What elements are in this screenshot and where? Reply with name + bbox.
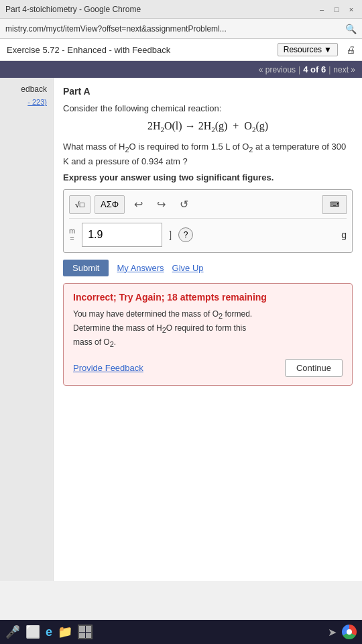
- math-input-area: √□ ΑΣΦ ↩ ↪ ↺ ⌨ m = ] ? g: [63, 189, 353, 253]
- folder-icon[interactable]: 📁: [58, 625, 72, 639]
- unit-label: g: [341, 229, 347, 240]
- search-icon[interactable]: 🔍: [345, 23, 357, 34]
- edge-icon[interactable]: e: [46, 625, 52, 639]
- submit-button[interactable]: Submit: [63, 260, 109, 276]
- fraction-eq-label: =: [70, 235, 74, 243]
- exercise-title: Exercise 5.72 - Enhanced - with Feedback: [7, 45, 170, 55]
- redo-button[interactable]: ↪: [152, 195, 170, 214]
- mic-icon[interactable]: 🎤: [5, 625, 20, 639]
- continue-button[interactable]: Continue: [285, 359, 343, 377]
- printer-icon[interactable]: 🖨: [346, 44, 355, 55]
- page-indicator: 4 of 6: [303, 64, 326, 74]
- math-toolbar-top: √□ ΑΣΦ ↩ ↪ ↺ ⌨: [69, 195, 347, 219]
- taskbar-right: ➤: [328, 625, 357, 639]
- feedback-box: Incorrect; Try Again; 18 attempts remain…: [63, 283, 353, 386]
- feedback-title: Incorrect; Try Again; 18 attempts remain…: [73, 292, 343, 303]
- sidebar-label: edback: [3, 85, 50, 94]
- feedback-body: You may have determined the mass of O2 f…: [73, 308, 343, 350]
- greek-button[interactable]: ΑΣΦ: [95, 195, 125, 214]
- minimize-button[interactable]: –: [316, 4, 327, 15]
- resources-button[interactable]: Resources ▼: [278, 43, 338, 56]
- taskbar: 🎤 ⬜ e 📁 ➤: [0, 620, 362, 644]
- nav-divider-1: |: [298, 65, 300, 74]
- chemical-equation: 2H2O(l) → 2H2(g) + O2(g): [63, 120, 353, 133]
- fraction-sqrt-button[interactable]: √□: [69, 195, 90, 214]
- hint-button[interactable]: ?: [178, 227, 193, 242]
- provide-feedback-link[interactable]: Provide Feedback: [73, 363, 143, 373]
- answer-input[interactable]: [82, 223, 162, 247]
- feedback-actions: Provide Feedback Continue: [73, 359, 343, 377]
- part-label: Part A: [63, 86, 353, 97]
- url-text[interactable]: mistry.com/myct/itemView?offset=next&ass…: [5, 24, 341, 34]
- resources-label: Resources: [284, 45, 322, 54]
- arrow-icon: ➤: [328, 626, 337, 639]
- bracket-button[interactable]: ]: [166, 228, 174, 241]
- math-input-row: m = ] ? g: [69, 223, 347, 247]
- next-button[interactable]: next »: [333, 65, 355, 74]
- address-bar: mistry.com/myct/itemView?offset=next&ass…: [0, 19, 362, 39]
- action-row: Submit My Answers Give Up: [63, 260, 353, 276]
- fraction-m-label: m: [69, 227, 75, 235]
- dropdown-icon: ▼: [324, 45, 332, 54]
- feedback-line3: mass of O2.: [73, 337, 116, 347]
- taskbar-left: 🎤 ⬜ e 📁: [5, 625, 93, 639]
- window-title: Part 4-stoichiometry - Google Chrome: [5, 5, 141, 14]
- nav-divider-2: |: [328, 65, 330, 74]
- feedback-line1: You may have determined the mass of O2 f…: [73, 309, 252, 319]
- navigation-bar: « previous | 4 of 6 | next »: [0, 61, 362, 78]
- give-up-button[interactable]: Give Up: [172, 263, 204, 273]
- feedback-line2: Determine the mass of H2O required to fo…: [73, 323, 246, 333]
- window-icon[interactable]: ⬜: [25, 625, 40, 639]
- undo-button[interactable]: ↩: [129, 195, 147, 214]
- exercise-header: Exercise 5.72 - Enhanced - with Feedback…: [0, 39, 362, 61]
- prev-button[interactable]: « previous: [259, 65, 296, 74]
- intro-text: Consider the following chemical reaction…: [63, 103, 353, 113]
- question-params: What mass of H2O is required to form 1.5…: [63, 140, 353, 168]
- keyboard-button[interactable]: ⌨: [322, 195, 347, 214]
- my-answers-button[interactable]: My Answers: [117, 263, 164, 273]
- chrome-icon[interactable]: [342, 625, 357, 639]
- instruction-text: Express your answer using two significan…: [63, 172, 353, 182]
- greek-label: ΑΣΦ: [101, 199, 119, 209]
- grid-icon[interactable]: [78, 625, 93, 639]
- maximize-button[interactable]: □: [331, 4, 342, 15]
- refresh-button[interactable]: ↺: [174, 195, 193, 214]
- sidebar-link[interactable]: - 223): [3, 98, 50, 106]
- sidebar: edback - 223): [0, 78, 54, 581]
- content-panel: Part A Consider the following chemical r…: [54, 78, 362, 581]
- window-controls: – □ ×: [316, 4, 357, 15]
- title-bar: Part 4-stoichiometry - Google Chrome – □…: [0, 0, 362, 19]
- main-content: edback - 223) Part A Consider the follow…: [0, 78, 362, 581]
- close-button[interactable]: ×: [346, 4, 357, 15]
